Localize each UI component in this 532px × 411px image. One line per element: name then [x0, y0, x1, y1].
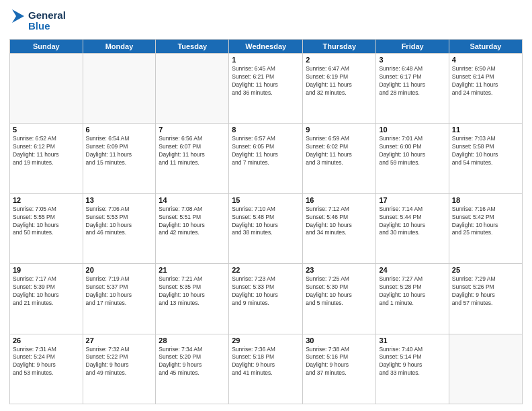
day-info: Sunrise: 6:54 AM Sunset: 6:09 PM Dayligh… [86, 135, 153, 167]
day-cell: 28Sunrise: 7:34 AM Sunset: 5:20 PM Dayli… [156, 334, 229, 404]
day-cell: 25Sunrise: 7:29 AM Sunset: 5:26 PM Dayli… [449, 264, 522, 334]
day-info: Sunrise: 7:06 AM Sunset: 5:53 PM Dayligh… [86, 205, 153, 238]
day-number: 24 [379, 266, 445, 274]
day-number: 20 [86, 266, 153, 274]
week-row-5: 26Sunrise: 7:31 AM Sunset: 5:24 PM Dayli… [10, 334, 523, 404]
day-number: 28 [159, 336, 226, 345]
day-number: 9 [306, 126, 373, 134]
day-number: 19 [13, 266, 80, 274]
day-number: 1 [232, 56, 300, 64]
svg-text:Blue: Blue [28, 20, 50, 32]
day-number: 15 [232, 196, 300, 204]
day-info: Sunrise: 6:48 AM Sunset: 6:17 PM Dayligh… [379, 65, 445, 97]
day-number: 8 [232, 126, 300, 134]
day-number: 16 [306, 196, 373, 204]
day-cell [10, 54, 83, 124]
day-info: Sunrise: 7:23 AM Sunset: 5:33 PM Dayligh… [232, 275, 300, 308]
day-cell: 16Sunrise: 7:12 AM Sunset: 5:46 PM Dayli… [303, 193, 376, 263]
day-number: 6 [86, 126, 153, 134]
day-number: 27 [86, 336, 153, 345]
day-cell: 17Sunrise: 7:14 AM Sunset: 5:44 PM Dayli… [376, 193, 449, 263]
week-row-2: 5Sunrise: 6:52 AM Sunset: 6:12 PM Daylig… [10, 124, 523, 193]
day-info: Sunrise: 6:52 AM Sunset: 6:12 PM Dayligh… [13, 135, 80, 167]
day-info: Sunrise: 6:57 AM Sunset: 6:05 PM Dayligh… [232, 135, 300, 167]
day-cell: 8Sunrise: 6:57 AM Sunset: 6:05 PM Daylig… [229, 124, 303, 193]
day-number: 18 [452, 196, 519, 204]
week-row-3: 12Sunrise: 7:05 AM Sunset: 5:55 PM Dayli… [10, 193, 523, 263]
day-number: 4 [452, 56, 519, 64]
day-info: Sunrise: 7:10 AM Sunset: 5:48 PM Dayligh… [232, 205, 300, 238]
day-number: 3 [379, 56, 445, 64]
day-number: 26 [13, 336, 80, 345]
day-cell: 9Sunrise: 6:59 AM Sunset: 6:02 PM Daylig… [303, 124, 376, 193]
weekday-header-row: SundayMondayTuesdayWednesdayThursdayFrid… [10, 40, 523, 54]
weekday-header-thursday: Thursday [303, 40, 376, 54]
day-info: Sunrise: 6:45 AM Sunset: 6:21 PM Dayligh… [232, 65, 300, 97]
day-info: Sunrise: 7:31 AM Sunset: 5:24 PM Dayligh… [13, 346, 80, 378]
day-cell: 1Sunrise: 6:45 AM Sunset: 6:21 PM Daylig… [229, 54, 303, 124]
day-cell: 14Sunrise: 7:08 AM Sunset: 5:51 PM Dayli… [156, 193, 229, 263]
calendar-table: SundayMondayTuesdayWednesdayThursdayFrid… [9, 39, 523, 404]
day-number: 12 [13, 196, 80, 204]
day-number: 21 [159, 266, 226, 274]
week-row-1: 1Sunrise: 6:45 AM Sunset: 6:21 PM Daylig… [10, 54, 523, 124]
day-cell: 3Sunrise: 6:48 AM Sunset: 6:17 PM Daylig… [376, 54, 449, 124]
day-info: Sunrise: 7:14 AM Sunset: 5:44 PM Dayligh… [379, 205, 445, 238]
page: GeneralBlue SundayMondayTuesdayWednesday… [0, 0, 532, 411]
day-info: Sunrise: 7:34 AM Sunset: 5:20 PM Dayligh… [159, 346, 226, 378]
day-cell: 31Sunrise: 7:40 AM Sunset: 5:14 PM Dayli… [376, 334, 449, 404]
day-cell: 11Sunrise: 7:03 AM Sunset: 5:58 PM Dayli… [449, 124, 522, 193]
day-info: Sunrise: 6:59 AM Sunset: 6:02 PM Dayligh… [306, 135, 373, 167]
day-info: Sunrise: 7:08 AM Sunset: 5:51 PM Dayligh… [159, 205, 226, 238]
day-number: 14 [159, 196, 226, 204]
day-number: 31 [379, 336, 445, 345]
day-cell: 27Sunrise: 7:32 AM Sunset: 5:22 PM Dayli… [83, 334, 156, 404]
svg-marker-0 [12, 9, 24, 23]
day-cell [156, 54, 229, 124]
day-cell: 22Sunrise: 7:23 AM Sunset: 5:33 PM Dayli… [229, 264, 303, 334]
day-info: Sunrise: 7:05 AM Sunset: 5:55 PM Dayligh… [13, 205, 80, 238]
weekday-header-monday: Monday [83, 40, 156, 54]
day-info: Sunrise: 7:29 AM Sunset: 5:26 PM Dayligh… [452, 275, 519, 308]
day-number: 13 [86, 196, 153, 204]
day-number: 25 [452, 266, 519, 274]
day-info: Sunrise: 6:50 AM Sunset: 6:14 PM Dayligh… [452, 65, 519, 97]
day-cell: 30Sunrise: 7:38 AM Sunset: 5:16 PM Dayli… [303, 334, 376, 404]
day-info: Sunrise: 7:12 AM Sunset: 5:46 PM Dayligh… [306, 205, 373, 238]
day-info: Sunrise: 6:47 AM Sunset: 6:19 PM Dayligh… [306, 65, 373, 97]
day-info: Sunrise: 7:36 AM Sunset: 5:18 PM Dayligh… [232, 346, 300, 378]
weekday-header-sunday: Sunday [10, 40, 83, 54]
weekday-header-wednesday: Wednesday [229, 40, 303, 54]
day-number: 29 [232, 336, 300, 345]
day-info: Sunrise: 7:21 AM Sunset: 5:35 PM Dayligh… [159, 275, 226, 308]
day-cell: 29Sunrise: 7:36 AM Sunset: 5:18 PM Dayli… [229, 334, 303, 404]
day-number: 5 [13, 126, 80, 134]
weekday-header-tuesday: Tuesday [156, 40, 229, 54]
day-cell: 18Sunrise: 7:16 AM Sunset: 5:42 PM Dayli… [449, 193, 522, 263]
day-cell: 5Sunrise: 6:52 AM Sunset: 6:12 PM Daylig… [10, 124, 83, 193]
day-info: Sunrise: 7:40 AM Sunset: 5:14 PM Dayligh… [379, 346, 445, 378]
day-number: 17 [379, 196, 445, 204]
day-cell: 12Sunrise: 7:05 AM Sunset: 5:55 PM Dayli… [10, 193, 83, 263]
svg-text:General: General [28, 9, 66, 21]
day-info: Sunrise: 7:16 AM Sunset: 5:42 PM Dayligh… [452, 205, 519, 238]
day-cell: 26Sunrise: 7:31 AM Sunset: 5:24 PM Dayli… [10, 334, 83, 404]
day-number: 22 [232, 266, 300, 274]
day-cell: 4Sunrise: 6:50 AM Sunset: 6:14 PM Daylig… [449, 54, 522, 124]
day-cell: 24Sunrise: 7:27 AM Sunset: 5:28 PM Dayli… [376, 264, 449, 334]
day-info: Sunrise: 6:56 AM Sunset: 6:07 PM Dayligh… [159, 135, 226, 167]
day-info: Sunrise: 7:27 AM Sunset: 5:28 PM Dayligh… [379, 275, 445, 308]
day-number: 2 [306, 56, 373, 64]
day-info: Sunrise: 7:32 AM Sunset: 5:22 PM Dayligh… [86, 346, 153, 378]
day-info: Sunrise: 7:19 AM Sunset: 5:37 PM Dayligh… [86, 275, 153, 308]
day-cell [449, 334, 522, 404]
day-cell [83, 54, 156, 124]
day-info: Sunrise: 7:25 AM Sunset: 5:30 PM Dayligh… [306, 275, 373, 308]
day-number: 30 [306, 336, 373, 345]
day-number: 7 [159, 126, 226, 134]
header: GeneralBlue [9, 7, 523, 35]
day-info: Sunrise: 7:17 AM Sunset: 5:39 PM Dayligh… [13, 275, 80, 308]
week-row-4: 19Sunrise: 7:17 AM Sunset: 5:39 PM Dayli… [10, 264, 523, 334]
day-cell: 13Sunrise: 7:06 AM Sunset: 5:53 PM Dayli… [83, 193, 156, 263]
day-cell: 7Sunrise: 6:56 AM Sunset: 6:07 PM Daylig… [156, 124, 229, 193]
